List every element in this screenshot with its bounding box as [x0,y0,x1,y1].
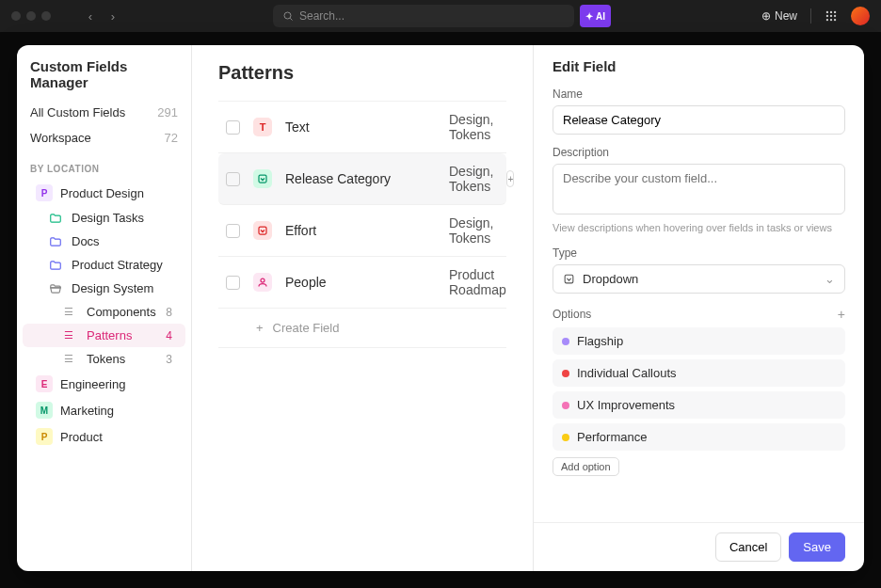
plus-circle-icon: ⊕ [761,9,771,23]
description-label: Description [553,146,845,159]
option-label: Individual Callouts [577,366,677,380]
checkbox[interactable] [226,224,240,238]
workspace[interactable]: Workspace 72 [17,125,191,151]
svg-point-4 [834,11,836,13]
chevron-down-icon: ⌄ [825,272,835,286]
folder-icon [49,259,64,272]
separator [810,8,811,24]
svg-rect-14 [565,275,573,283]
svg-point-7 [834,15,836,17]
edit-panel: Edit Field Name Description View descrip… [533,45,864,571]
field-row-people[interactable]: People Product Roadmap [218,257,506,309]
max-dot[interactable] [41,11,51,21]
loc-engineering[interactable]: E Engineering [23,371,185,397]
field-row-effort[interactable]: Effort Design, Tokens [218,205,506,257]
field-row-release-category[interactable]: Release Category Design, Tokens + [218,153,506,205]
all-custom-fields[interactable]: All Custom Fields 291 [17,100,191,125]
options-list: FlagshipIndividual CalloutsUX Improvemen… [553,327,845,451]
apps-icon[interactable] [825,9,838,23]
svg-point-13 [261,278,264,282]
type-label: Type [553,246,845,260]
loc-docs[interactable]: Docs [23,230,185,253]
color-dot [562,434,569,441]
loc-design-tasks[interactable]: Design Tasks [23,206,185,230]
text-field-icon: T [253,118,272,136]
loc-patterns[interactable]: ☰ Patterns 4 [23,324,185,347]
space-icon: M [36,402,53,419]
color-dot [562,338,569,345]
window-controls [11,11,51,21]
ai-button[interactable]: ✦ AI [580,5,611,27]
title-bar: ‹ › Search... ✦ AI ⊕ New [0,0,881,32]
loc-design-system[interactable]: Design System [23,277,185,300]
sparkle-icon: ✦ [585,11,593,22]
app-frame: Custom Fields Manager All Custom Fields … [17,45,864,571]
cancel-button[interactable]: Cancel [715,532,781,562]
svg-point-9 [830,19,832,21]
sidebar-title: Custom Fields Manager [17,58,191,100]
loc-components[interactable]: ☰ Components 8 [23,300,185,324]
effort-field-icon [253,221,272,240]
option-label: Performance [577,430,647,444]
option-row[interactable]: UX Improvements [553,391,845,419]
folder-icon [49,212,64,225]
list-icon: ☰ [64,353,79,365]
search-icon [282,10,294,22]
color-dot [562,370,569,377]
space-icon: E [36,375,53,392]
search-placeholder: Search... [299,9,344,23]
option-label: Flagship [577,334,623,348]
page-title: Patterns [218,62,506,84]
dropdown-field-icon [253,169,272,188]
save-button[interactable]: Save [789,532,845,562]
svg-point-6 [830,15,832,17]
min-dot[interactable] [26,11,36,21]
by-location-header: BY LOCATION [17,151,191,180]
options-label: Options [553,308,591,321]
description-hint: View descriptions when hovering over fie… [553,222,845,233]
create-field-button[interactable]: + Create Field [218,309,506,348]
option-row[interactable]: Performance [553,423,845,451]
close-dot[interactable] [11,11,21,21]
checkbox[interactable] [226,276,240,290]
svg-point-10 [834,19,836,21]
checkbox[interactable] [226,120,240,135]
name-label: Name [553,87,845,101]
space-icon: P [36,428,53,445]
back-button[interactable]: ‹ [81,7,100,25]
list-icon: ☰ [64,306,79,318]
search-input[interactable]: Search... [273,5,574,27]
svg-point-0 [284,12,291,19]
option-row[interactable]: Flagship [553,327,845,355]
svg-point-3 [830,11,832,13]
folder-icon [49,235,64,248]
loc-product-strategy[interactable]: Product Strategy [23,253,185,277]
forward-button[interactable]: › [104,7,122,25]
svg-line-1 [290,18,292,20]
space-icon: P [36,184,53,201]
option-row[interactable]: Individual Callouts [553,359,845,387]
list-icon: ☰ [64,329,79,342]
checkbox[interactable] [226,172,240,186]
svg-point-8 [826,19,828,21]
field-row-text[interactable]: T Text Design, Tokens [218,101,506,153]
new-button[interactable]: ⊕ New [761,9,797,23]
svg-rect-11 [259,175,266,183]
loc-marketing[interactable]: M Marketing [23,397,185,423]
color-dot [562,402,569,409]
panel-title: Edit Field [553,58,845,74]
name-input[interactable] [553,105,845,135]
loc-product[interactable]: P Product [23,423,185,450]
type-select[interactable]: Dropdown ⌄ [553,264,845,294]
user-avatar[interactable] [851,7,870,25]
add-option-icon[interactable]: + [838,307,845,322]
description-input[interactable] [553,164,845,215]
dropdown-icon [563,273,575,285]
option-label: UX Improvements [577,398,675,412]
loc-product-design[interactable]: P Product Design [23,180,185,206]
loc-tokens[interactable]: ☰ Tokens 3 [23,347,185,371]
plus-icon: + [256,321,264,335]
overflow-tag[interactable]: + [506,170,514,187]
main-content: Patterns T Text Design, Tokens Release C… [192,45,533,571]
add-option-button[interactable]: Add option [553,457,619,476]
